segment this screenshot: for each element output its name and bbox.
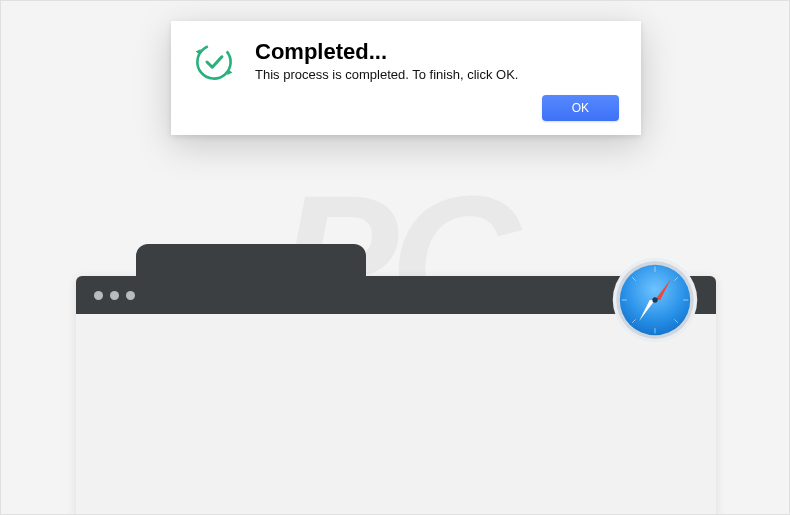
dialog-actions: OK [193,95,619,121]
svg-point-13 [652,297,657,302]
traffic-light-close[interactable] [94,291,103,300]
traffic-light-minimize[interactable] [110,291,119,300]
refresh-check-icon [193,41,235,83]
browser-tab [136,244,366,276]
svg-point-14 [193,41,235,83]
dialog-message: This process is completed. To finish, cl… [255,67,619,82]
dialog-title: Completed... [255,39,619,65]
ok-button[interactable]: OK [542,95,619,121]
completion-dialog: Completed... This process is completed. … [171,21,641,135]
dialog-text: Completed... This process is completed. … [255,39,619,82]
dialog-body: Completed... This process is completed. … [193,39,619,83]
safari-compass-icon [611,256,699,344]
traffic-light-zoom[interactable] [126,291,135,300]
